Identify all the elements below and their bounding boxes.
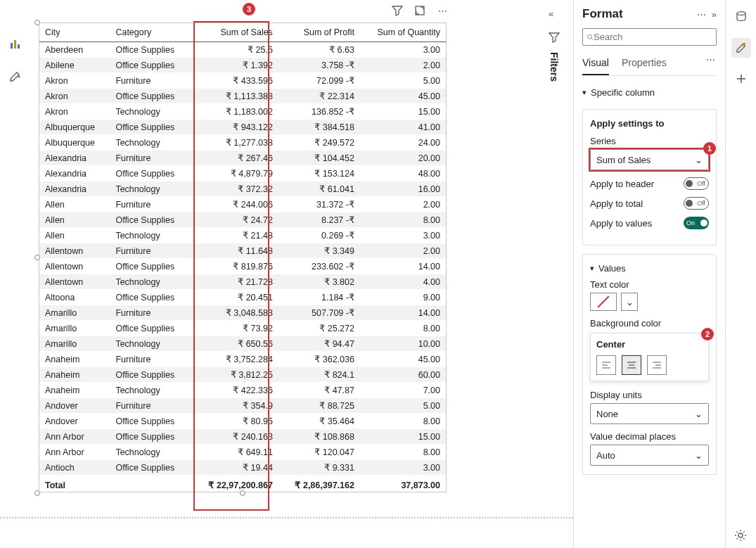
table-cell: Technology [110, 135, 191, 151]
table-row[interactable]: AndoverFurniture₹ 354.9₹ 88.7255.00 [39, 398, 446, 414]
table-row[interactable]: AmarilloOffice Supplies₹ 73.92₹ 25.2728.… [39, 321, 446, 336]
table-row[interactable]: AkronOffice Supplies₹ 1,113.388₹ 22.3144… [39, 89, 446, 104]
col-city[interactable]: City [39, 23, 110, 42]
table-row[interactable]: AnaheimOffice Supplies₹ 3,812.25₹ 824.16… [39, 367, 446, 383]
table-cell: Furniture [110, 398, 191, 414]
table-row[interactable]: AntiochOffice Supplies₹ 19.44₹ 9.3313.00 [39, 460, 446, 476]
table-row[interactable]: AkronFurniture₹ 433.59672.099 -₹5.00 [39, 73, 446, 89]
filter-icon[interactable] [390, 4, 404, 18]
resize-handle[interactable] [34, 490, 40, 496]
col-sum-quantity[interactable]: Sum of Quantity [360, 23, 446, 42]
table-row[interactable]: AllenOffice Supplies₹ 24.728.237 -₹8.00 [39, 212, 446, 228]
table-row[interactable]: AllentownOffice Supplies₹ 819.876233.602… [39, 259, 446, 274]
table-cell: ₹ 11.648 [191, 243, 278, 259]
table-row[interactable]: AllentownTechnology₹ 21.728₹ 3.8024.00 [39, 274, 446, 290]
format-search[interactable] [582, 28, 717, 46]
tabs-more-icon[interactable]: ⋯ [706, 54, 717, 75]
table-cell: ₹ 1.392 [191, 58, 278, 73]
align-center-button[interactable] [622, 355, 641, 375]
table-cell: Furniture [110, 73, 191, 89]
align-left-button[interactable] [596, 355, 616, 375]
table-cell: 45.00 [360, 89, 446, 104]
table-row[interactable]: AmarilloFurniture₹ 3,048.583507.709 -₹14… [39, 305, 446, 321]
table-row[interactable]: AltoonaOffice Supplies₹ 20.4511.184 -₹9.… [39, 290, 446, 305]
add-pane-icon[interactable] [731, 69, 751, 89]
text-color-swatch[interactable] [590, 293, 617, 311]
table-row[interactable]: AmarilloTechnology₹ 650.56₹ 94.4710.00 [39, 336, 446, 352]
table-cell: ₹ 19.44 [191, 460, 278, 476]
resize-handle[interactable] [240, 490, 245, 496]
expand-pane-icon[interactable]: » [712, 9, 717, 20]
table-cell: 48.00 [360, 166, 446, 181]
data-table[interactable]: City Category Sum of Sales Sum of Profit… [39, 23, 446, 495]
table-row[interactable]: AllentownFurniture₹ 11.648₹ 3.3492.00 [39, 243, 446, 259]
value-decimal-dropdown[interactable]: Auto ⌄ [590, 445, 709, 466]
table-cell: ₹ 240.163 [191, 429, 278, 445]
table-row[interactable]: AberdeenOffice Supplies₹ 25.5₹ 6.633.00 [39, 42, 446, 58]
table-row[interactable]: AllenTechnology₹ 21.480.269 -₹3.00 [39, 228, 446, 243]
apply-to-header-toggle[interactable]: Off [684, 177, 709, 190]
col-sum-sales[interactable]: Sum of Sales [191, 23, 278, 42]
edit-pencil-icon[interactable] [6, 66, 25, 86]
resize-handle[interactable] [34, 255, 40, 260]
section-specific-column[interactable]: ▾ Specific column [582, 82, 717, 103]
display-units-dropdown[interactable]: None ⌄ [590, 403, 709, 424]
table-cell: ₹ 650.56 [191, 336, 278, 352]
tab-visual[interactable]: Visual [582, 54, 609, 75]
series-label: Series [590, 136, 709, 146]
apply-to-values-toggle[interactable]: On [684, 217, 709, 229]
text-color-dropdown[interactable]: ⌄ [621, 293, 638, 311]
table-cell: Alexandria [39, 166, 110, 181]
resize-handle[interactable] [34, 20, 40, 25]
tab-properties[interactable]: Properties [622, 54, 667, 75]
table-row[interactable]: AkronTechnology₹ 1,183.002136.852 -₹15.0… [39, 104, 446, 120]
more-options-icon[interactable]: ⋯ [697, 9, 706, 20]
col-sum-profit[interactable]: Sum of Profit [278, 23, 360, 42]
table-row[interactable]: Ann ArborTechnology₹ 649.11₹ 120.0478.00 [39, 445, 446, 460]
table-cell: Technology [110, 336, 191, 352]
table-cell: ₹ 384.518 [278, 120, 360, 135]
focus-mode-icon[interactable] [413, 4, 427, 18]
more-options-icon[interactable]: ⋯ [435, 4, 449, 18]
table-cell: 7.00 [360, 383, 446, 398]
table-cell: Office Supplies [110, 120, 191, 135]
table-row[interactable]: AllenFurniture₹ 244.00631.372 -₹2.00 [39, 197, 446, 212]
filters-funnel-icon[interactable] [549, 32, 565, 45]
format-search-input[interactable] [594, 32, 712, 42]
apply-to-total-toggle[interactable]: Off [684, 197, 709, 210]
table-row[interactable]: AlexandriaOffice Supplies₹ 4,879.79₹ 153… [39, 166, 446, 181]
settings-gear-icon[interactable] [733, 528, 749, 544]
table-cell: ₹ 649.11 [191, 445, 278, 460]
table-cell: 72.099 -₹ [278, 73, 360, 89]
table-header-row[interactable]: City Category Sum of Sales Sum of Profit… [39, 23, 446, 42]
table-cell: Andover [39, 414, 110, 429]
table-cell: Furniture [110, 305, 191, 321]
table-row[interactable]: AbileneOffice Supplies₹ 1.3923.758 -₹2.0… [39, 58, 446, 73]
table-cell: 16.00 [360, 181, 446, 197]
table-row[interactable]: AlexandriaTechnology₹ 372.32₹ 61.04116.0… [39, 181, 446, 197]
table-cell: 2.00 [360, 243, 446, 259]
table-row[interactable]: AlexandriaFurniture₹ 267.46₹ 104.45220.0… [39, 151, 446, 166]
chart-type-icon[interactable] [6, 34, 25, 53]
table-row[interactable]: Ann ArborOffice Supplies₹ 240.163₹ 108.8… [39, 429, 446, 445]
table-row[interactable]: AnaheimTechnology₹ 422.336₹ 47.877.00 [39, 383, 446, 398]
table-cell: ₹ 104.452 [278, 151, 360, 166]
table-cell: 20.00 [360, 151, 446, 166]
collapse-filters-icon[interactable]: « [549, 8, 565, 19]
page-divider [0, 517, 573, 518]
callout-3: 3 [243, 3, 255, 15]
filters-pane-label[interactable]: Filters [549, 52, 560, 82]
col-category[interactable]: Category [110, 23, 191, 42]
table-cell: Office Supplies [110, 259, 191, 274]
table-row[interactable]: AlbuquerqueOffice Supplies₹ 943.122₹ 384… [39, 120, 446, 135]
series-dropdown[interactable]: Sum of Sales ⌄ [590, 149, 709, 170]
table-row[interactable]: AndoverOffice Supplies₹ 80.95₹ 35.4648.0… [39, 414, 446, 429]
table-cell: ₹ 4,879.79 [191, 166, 278, 181]
format-pane-icon[interactable] [731, 38, 751, 58]
data-pane-icon[interactable] [731, 7, 751, 27]
align-right-button[interactable] [647, 355, 667, 375]
table-row[interactable]: AlbuquerqueTechnology₹ 1,277.038₹ 249.57… [39, 135, 446, 151]
table-row[interactable]: AnaheimFurniture₹ 3,752.284₹ 362.03645.0… [39, 352, 446, 367]
svg-rect-1 [14, 40, 16, 49]
table-visual[interactable]: ⋯ City Category Sum of Sales Sum of Prof… [39, 23, 447, 492]
